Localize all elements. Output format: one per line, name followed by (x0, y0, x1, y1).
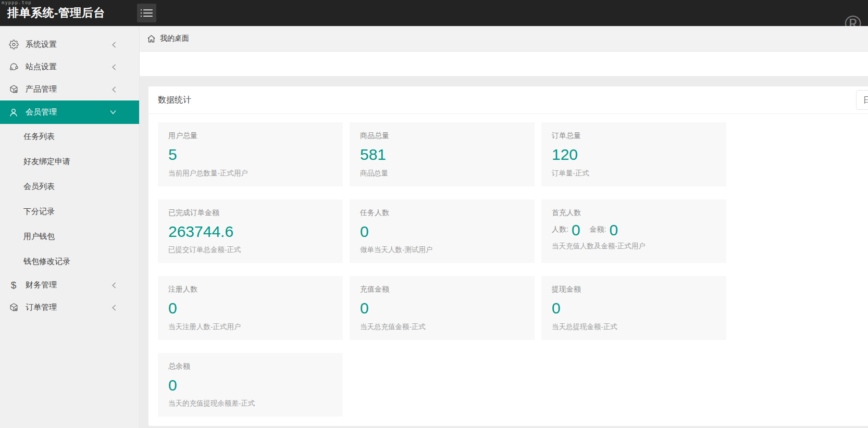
stat-caption: 商品总量 (360, 169, 524, 178)
sidebar-subitem[interactable]: 好友绑定申请 (0, 149, 139, 174)
stat-label: 已完成订单金额 (168, 208, 332, 218)
chevron-left-icon (110, 63, 117, 71)
sidebar-item-label: 财务管理 (26, 280, 110, 290)
stats-panel: 数据统计 日 用户总量 5 当前用户总数量-正式用户 商品总量 581 商品总量… (148, 86, 868, 426)
chevron-left-icon (110, 41, 117, 49)
main-area: 我的桌面 数据统计 日 用户总量 5 当前用户总数量-正式用户 商品总量 581… (140, 26, 868, 428)
site-icon (8, 62, 19, 72)
stat-card-task-users: 任务人数 0 做单当天人数-测试用户 (350, 199, 535, 263)
stat-caption: 当天注册人数-正式用户 (168, 322, 332, 332)
chevron-left-icon (110, 304, 117, 312)
chevron-left-icon (110, 85, 117, 94)
sidebar-item-site-settings[interactable]: 站点设置 (0, 56, 139, 78)
stat-pair-value: 0 (572, 222, 580, 238)
stat-value: 0 (552, 299, 716, 318)
stat-pair-key: 人数: (552, 225, 568, 234)
sidebar-item-finance-manage[interactable]: $ 财务管理 (0, 274, 139, 296)
sidebar-item-product-manage[interactable]: 产品管理 (0, 78, 139, 100)
user-icon (8, 107, 19, 118)
stat-label: 注册人数 (168, 285, 332, 294)
sidebar-item-label: 站点设置 (26, 62, 110, 72)
sidebar-item-label: 会员管理 (26, 107, 109, 117)
sidebar-item-label: 订单管理 (26, 303, 110, 312)
chevron-left-icon (110, 281, 117, 289)
dollar-icon: $ (8, 280, 19, 291)
panel-title: 数据统计 (158, 95, 191, 106)
sidebar-item-label: 系统设置 (26, 40, 110, 49)
sidebar-toggle-button[interactable] (137, 4, 156, 22)
stat-pair-value: 0 (609, 222, 618, 238)
app-header: 排单系统-管理后台 ® (0, 0, 868, 26)
stat-caption: 当天的充值提现余额差-正式 (168, 399, 332, 408)
sidebar-item-label: 产品管理 (26, 84, 110, 94)
stat-card-order-total: 订单总量 120 订单量-正式 (541, 122, 726, 186)
stat-label: 任务人数 (360, 208, 524, 218)
stat-caption: 做单当天人数-测试用户 (360, 245, 524, 255)
stat-caption: 当天总提现金额-正式 (552, 322, 716, 332)
sidebar-item-system-settings[interactable]: 系统设置 (0, 33, 139, 56)
panel-corner-button[interactable]: 日 (856, 90, 868, 110)
breadcrumb-home-link[interactable]: 我的桌面 (160, 34, 189, 43)
stat-label: 首充人数 (552, 208, 716, 218)
sidebar-subitem[interactable]: 下分记录 (0, 199, 139, 224)
stats-panel-header: 数据统计 日 (148, 86, 868, 114)
stat-label: 总余额 (168, 362, 332, 371)
stat-value: 0 (168, 299, 332, 318)
sidebar-subitem[interactable]: 会员列表 (0, 174, 139, 199)
sidebar-subitem[interactable]: 钱包修改记录 (0, 249, 139, 274)
stat-value: 0 (168, 376, 332, 395)
stat-card-first-charge: 首充人数 人数: 0 金额: 0 当天充值人数及金额-正式用户 (541, 199, 726, 263)
stat-caption: 当前用户总数量-正式用户 (168, 169, 332, 178)
breadcrumb: 我的桌面 (140, 26, 868, 52)
stat-card-completed-order-amount: 已完成订单金额 263744.6 已提交订单总金额-正式 (158, 199, 343, 263)
sidebar-subitem[interactable]: 用户钱包 (0, 224, 139, 249)
stat-value: 5 (168, 146, 332, 164)
sidebar-item-member-manage[interactable]: 会员管理 (0, 100, 139, 124)
stat-value: 120 (552, 146, 716, 164)
stat-value: 581 (360, 146, 524, 164)
stat-value: 0 (360, 299, 524, 318)
stat-caption: 当天总充值金额-正式 (360, 322, 524, 332)
stat-pair-key: 金额: (590, 225, 606, 234)
stat-card-recharge-amount: 充值金额 0 当天总充值金额-正式 (350, 276, 535, 340)
stat-card-withdraw-amount: 提现金额 0 当天总提现金额-正式 (541, 276, 726, 340)
stat-label: 商品总量 (360, 131, 524, 141)
sidebar: 系统设置 站点设置 产品管理 会员管理 任务列表好友绑定申请会员列表下分记录用户… (0, 26, 140, 428)
cube-plus-icon (8, 303, 19, 313)
stats-grid: 用户总量 5 当前用户总数量-正式用户 商品总量 581 商品总量 订单总量 1… (148, 114, 868, 426)
stat-caption: 已提交订单总金额-正式 (168, 245, 332, 255)
home-icon[interactable] (147, 34, 156, 43)
stat-label: 充值金额 (360, 285, 524, 294)
sidebar-subitem[interactable]: 任务列表 (0, 124, 139, 149)
stat-label: 提现金额 (552, 285, 716, 294)
stat-label: 用户总量 (168, 131, 332, 141)
cube-icon (8, 84, 19, 95)
stat-value: 0 (360, 223, 524, 241)
stat-card-goods-total: 商品总量 581 商品总量 (350, 122, 535, 186)
stat-pair-values: 人数: 0 金额: 0 (552, 222, 716, 238)
stat-value: 263744.6 (168, 223, 332, 241)
gear-icon (8, 40, 19, 50)
stat-label: 订单总量 (552, 131, 716, 141)
watermark: myppp.top (2, 0, 32, 5)
sidebar-submenu-member-manage: 任务列表好友绑定申请会员列表下分记录用户钱包钱包修改记录 (0, 124, 139, 274)
stat-caption: 订单量-正式 (552, 169, 716, 178)
registered-mark-logo: ® (845, 12, 861, 26)
sidebar-item-order-manage[interactable]: 订单管理 (0, 296, 139, 319)
stat-caption: 当天充值人数及金额-正式用户 (552, 242, 716, 251)
content-tab-strip (140, 52, 868, 76)
stat-card-user-total: 用户总量 5 当前用户总数量-正式用户 (158, 122, 343, 186)
stat-card-register-users: 注册人数 0 当天注册人数-正式用户 (158, 276, 343, 340)
chevron-down-icon (109, 109, 117, 116)
content-area: 数据统计 日 用户总量 5 当前用户总数量-正式用户 商品总量 581 商品总量… (140, 76, 868, 428)
stat-card-total-balance: 总余额 0 当天的充值提现余额差-正式 (158, 353, 343, 417)
